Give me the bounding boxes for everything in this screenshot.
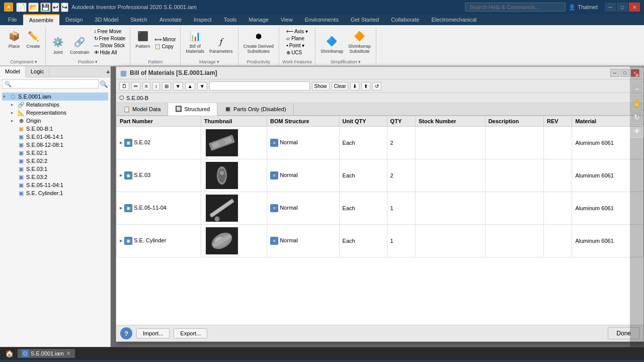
copy-button[interactable]: 📋 Copy xyxy=(153,43,177,50)
tab-electromechanical[interactable]: Electromechanical xyxy=(425,14,482,25)
close-button[interactable]: ✕ xyxy=(629,3,640,12)
shrinkwrap-substitute-button[interactable]: 🔶 ShrinkwrapSubstitute xyxy=(346,28,373,55)
tab-home-button[interactable]: 🏠 xyxy=(2,348,17,358)
bom-filter-input[interactable] xyxy=(209,81,310,90)
col-header-qty[interactable]: QTY xyxy=(387,116,415,127)
tree-item-s0106[interactable]: ▣ S.E.01-06-14:1 xyxy=(10,133,108,141)
create-derived-button[interactable]: ⬢ Create DerivedSubstitutes xyxy=(242,28,276,55)
bom-group-button[interactable]: ⊞ xyxy=(162,82,171,90)
tree-item-representations[interactable]: ▸ 📐 Representations xyxy=(10,109,108,117)
tree-search-button[interactable]: 🔍 xyxy=(100,80,108,88)
tree-item-secylinder[interactable]: ▣ S.E. Cylinder:1 xyxy=(10,189,108,197)
bom-sort-button[interactable]: ↕ xyxy=(152,82,160,90)
col-header-rev[interactable]: REV xyxy=(543,116,572,127)
tree-item-s0302[interactable]: ▣ S.E.03:2 xyxy=(10,173,108,181)
axis-button[interactable]: ⟵ Axis ▾ xyxy=(285,28,309,35)
plane-button[interactable]: ▱ Plane xyxy=(285,35,309,42)
tab-environments[interactable]: Environments xyxy=(299,14,345,25)
bom-tab-partsonly[interactable]: 🔳 Parts Only (Disabled) xyxy=(217,103,294,115)
tree-item-s0201[interactable]: ▣ S.E.02:1 xyxy=(10,149,108,157)
bom-import-rows-button[interactable]: ⬆ xyxy=(361,82,370,90)
bom-export-rows-button[interactable]: ⬇ xyxy=(350,82,359,90)
col-header-thumbnail[interactable]: Thumbnail xyxy=(201,116,267,127)
create-button[interactable]: ✏️ Create xyxy=(24,28,42,50)
tab-assemble[interactable]: Assemble xyxy=(23,14,59,25)
tab-inspect[interactable]: Inspect xyxy=(188,14,217,25)
tab-model[interactable]: Model xyxy=(0,66,26,77)
tab-collaborate[interactable]: Collaborate xyxy=(385,14,425,25)
tab-getstarted[interactable]: Get Started xyxy=(345,14,385,25)
bom-tab-model[interactable]: 📋 Model Data xyxy=(116,103,168,115)
pattern-button[interactable]: ⬛ Pattern xyxy=(133,28,152,50)
hide-all-button[interactable]: 👁 Hide All xyxy=(93,49,127,56)
nav-pan-button[interactable]: ✋ xyxy=(630,97,643,110)
qa-save[interactable]: 💾 xyxy=(40,3,51,12)
expand-icon[interactable]: ▸ xyxy=(120,237,124,243)
tab-3dmodel[interactable]: 3D Model xyxy=(89,14,124,25)
maximize-button[interactable]: □ xyxy=(617,3,628,12)
col-header-description[interactable]: Description xyxy=(485,116,543,127)
bom-filter-button[interactable]: ▼ xyxy=(173,82,183,90)
nav-orbit-button[interactable]: ↻ xyxy=(630,111,643,124)
nav-look-at-button[interactable]: 👁 xyxy=(630,125,643,138)
parameters-button[interactable]: 𝑓 Parameters xyxy=(207,33,235,55)
free-move-button[interactable]: ↕ Free Move xyxy=(93,28,127,35)
bom-help-button[interactable]: ? xyxy=(120,327,132,339)
nav-zoom-out-button[interactable]: − xyxy=(630,82,643,96)
free-rotate-button[interactable]: ↻ Free Rotate xyxy=(93,35,127,42)
tree-item-s0202[interactable]: ▣ S.E.02:2 xyxy=(10,157,108,165)
ucs-button[interactable]: ⊕ UCS xyxy=(285,49,309,56)
tab-design[interactable]: Design xyxy=(59,14,89,25)
bom-col-chooser-button[interactable]: ≡ xyxy=(142,82,150,90)
add-panel-button[interactable]: + xyxy=(106,66,110,77)
col-header-bomstructure[interactable]: BOM Structure xyxy=(267,116,339,127)
mirror-button[interactable]: ⟺ Mirror xyxy=(153,36,177,43)
tree-search-input[interactable] xyxy=(2,79,99,88)
tab-annotate[interactable]: Annotate xyxy=(153,14,188,25)
expand-icon[interactable]: ▸ xyxy=(120,139,124,145)
tree-item-s0812[interactable]: ▣ S.E.08-12-08:1 xyxy=(10,141,108,149)
bom-tab-structured[interactable]: 🔲 Structured xyxy=(168,103,217,116)
bom-refresh-button[interactable]: ↺ xyxy=(372,82,381,90)
tree-item-relationships[interactable]: ▸ 🔗 Relationships xyxy=(10,101,108,109)
bom-maximize-button[interactable]: □ xyxy=(620,69,629,77)
col-header-unitqty[interactable]: Unit QTY xyxy=(339,116,387,127)
tab-logic[interactable]: Logic xyxy=(26,66,49,77)
expand-icon[interactable]: ▸ xyxy=(120,172,124,178)
tab-manage[interactable]: Manage xyxy=(243,14,275,25)
search-input[interactable] xyxy=(465,3,566,12)
show-stick-button[interactable]: — Show Stick xyxy=(93,42,127,49)
point-button[interactable]: • Point ▾ xyxy=(285,42,309,49)
place-button[interactable]: 📦 Place xyxy=(5,28,23,50)
bom-export-button[interactable]: Export... xyxy=(174,328,207,338)
qa-new[interactable]: 📄 xyxy=(16,3,27,12)
qa-redo[interactable]: ↪ xyxy=(61,3,68,12)
bom-show-button[interactable]: Show xyxy=(312,82,330,90)
col-header-partnumber[interactable]: Part Number xyxy=(117,116,201,127)
bom-button[interactable]: 📊 Bill ofMaterials xyxy=(184,28,206,55)
minimize-button[interactable]: ─ xyxy=(605,3,616,12)
file-tab-main[interactable]: ⬡ S.E.0001.iam ✕ xyxy=(18,349,75,358)
tab-view[interactable]: View xyxy=(275,14,299,25)
qa-open[interactable]: 📂 xyxy=(28,3,39,12)
constrain-button[interactable]: 🔗 Constrain xyxy=(68,34,92,56)
tab-file[interactable]: File xyxy=(2,14,23,25)
bom-edit-button[interactable]: ✏ xyxy=(131,82,140,90)
joint-button[interactable]: ⚙️ Joint xyxy=(49,34,67,56)
bom-new-button[interactable]: 🗒 xyxy=(119,82,129,90)
tree-item-s00b1[interactable]: ▣ S.E.00-B:1 xyxy=(10,125,108,133)
qa-undo[interactable]: ↩ xyxy=(52,3,59,12)
col-header-stocknumber[interactable]: Stock Number xyxy=(416,116,486,127)
nav-zoom-in-button[interactable]: + xyxy=(630,68,643,81)
expand-icon[interactable]: ▸ xyxy=(120,205,124,211)
tab-sketch[interactable]: Sketch xyxy=(124,14,153,25)
bom-minimize-button[interactable]: ─ xyxy=(610,69,619,77)
tree-item-s0301[interactable]: ▣ S.E.03:1 xyxy=(10,165,108,173)
bom-import-button[interactable]: Import... xyxy=(136,328,170,338)
tree-item-root[interactable]: ▾ ⬡ S.E.0001.iam xyxy=(2,93,108,101)
tree-item-s051104[interactable]: ▣ S.E.05-11-04:1 xyxy=(10,181,108,189)
tab-close-button[interactable]: ✕ xyxy=(66,350,71,357)
bom-clear-button[interactable]: Clear xyxy=(332,82,349,90)
bom-up-button[interactable]: ▲ xyxy=(185,82,195,90)
shrinkwrap-button[interactable]: 🔷 Shrinkwrap xyxy=(318,33,345,55)
